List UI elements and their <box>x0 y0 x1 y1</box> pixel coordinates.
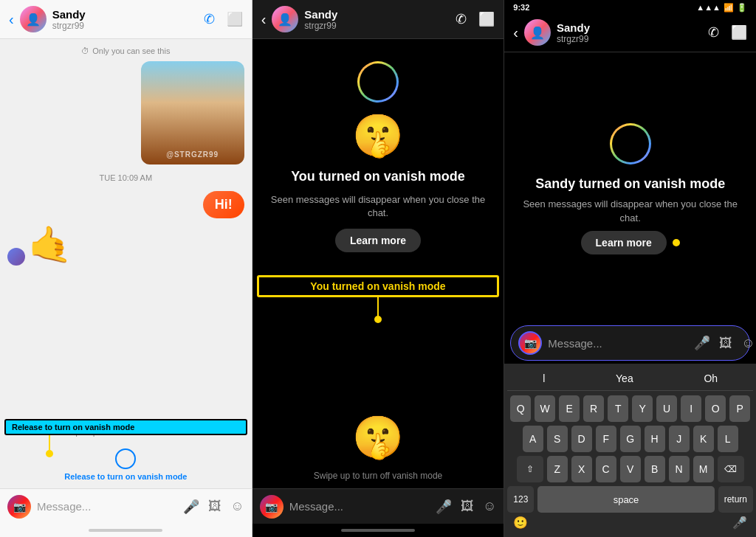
mic-icon-keyboard[interactable]: 🎤 <box>732 516 747 530</box>
mic-icon-p3[interactable]: 🎤 <box>694 335 710 351</box>
key-row-3: ⇧ Z X C V B N M ⌫ <box>507 456 753 482</box>
key-u[interactable]: U <box>656 395 677 422</box>
annotation-line-p2 <box>377 297 379 316</box>
video-icon-p1[interactable]: ⬜ <box>227 11 243 27</box>
home-indicator-p1 <box>0 524 252 537</box>
sticker-icon-p2[interactable]: ☺ <box>483 499 496 514</box>
key-k[interactable]: K <box>693 426 714 452</box>
key-y[interactable]: Y <box>632 395 653 422</box>
sticker-emoji: 🤙 <box>28 224 72 266</box>
status-time-p3: 9:32 <box>513 3 529 12</box>
vanish-ring-p2 <box>357 61 399 103</box>
contact-username-p1: strgzr99 <box>52 21 198 31</box>
key-z[interactable]: Z <box>547 456 568 482</box>
key-x[interactable]: X <box>571 456 592 482</box>
key-t[interactable]: T <box>608 395 628 422</box>
vanish-emoji-p2: 🤫 <box>352 111 404 160</box>
home-bar-p2 <box>341 529 415 532</box>
avatar-p1: 👤 <box>20 6 47 32</box>
key-m[interactable]: M <box>693 456 714 482</box>
learn-more-btn-p2[interactable]: Learn more <box>335 229 421 252</box>
shift-key[interactable]: ⇧ <box>517 456 543 482</box>
key-a[interactable]: A <box>523 426 543 452</box>
header-icons-p1: ✆ ⬜ <box>204 11 243 27</box>
sticker-icon-p3[interactable]: ☺ <box>741 336 755 351</box>
annotation-box-p2: You turned on vanish mode <box>257 275 500 297</box>
emoji-mic-row: 🙂 🎤 <box>507 513 753 533</box>
num-key[interactable]: 123 <box>507 486 534 513</box>
key-v[interactable]: V <box>620 456 641 482</box>
vanish-emoji-bottom-p2: 🤫 <box>352 413 404 462</box>
status-icons-p3: ▲▲▲ 📶 🔋 <box>696 3 747 13</box>
contact-username-p2: strgzr99 <box>304 21 450 31</box>
chat-body-p3: Sandy turned on vanish mode Seen message… <box>504 52 756 322</box>
mic-icon-p1[interactable]: 🎤 <box>183 499 199 515</box>
key-p[interactable]: P <box>729 395 750 422</box>
message-input-p3[interactable] <box>548 337 688 350</box>
image-icon-p2[interactable]: 🖼 <box>461 499 474 514</box>
back-button-p1[interactable]: ‹ <box>9 11 14 28</box>
phone-icon-p1[interactable]: ✆ <box>204 11 215 27</box>
suggestion-2[interactable]: Yea <box>610 371 639 386</box>
mic-icon-p2[interactable]: 🎤 <box>436 499 452 515</box>
image-icon-p3[interactable]: 🖼 <box>719 336 732 351</box>
vanish-title-p3: Sandy turned on vanish mode <box>535 176 725 192</box>
key-i[interactable]: I <box>681 395 701 422</box>
key-d[interactable]: D <box>571 426 592 452</box>
key-h[interactable]: H <box>645 426 665 452</box>
key-o[interactable]: O <box>705 395 726 422</box>
message-bar-p3: 📷 🎤 🖼 ☺ <box>510 325 750 361</box>
message-bar-p2: 📷 🎤 🖼 ☺ <box>252 488 504 524</box>
key-f[interactable]: F <box>596 426 616 452</box>
emoji-icon-keyboard[interactable]: 🙂 <box>513 516 528 530</box>
key-w[interactable]: W <box>535 395 555 422</box>
message-input-p1[interactable] <box>37 500 177 513</box>
swipe-off-label: Swipe up to turn off vanish mode <box>314 471 443 481</box>
bar-icons-p3: 🎤 🖼 ☺ <box>694 335 755 351</box>
photo-bubble: @STRGZR99 <box>141 61 244 164</box>
key-e[interactable]: E <box>559 395 580 422</box>
key-b[interactable]: B <box>645 456 665 482</box>
back-button-p2[interactable]: ‹ <box>261 11 267 28</box>
key-c[interactable]: C <box>596 456 616 482</box>
phone-icon-p2[interactable]: ✆ <box>456 11 467 27</box>
video-icon-p2[interactable]: ⬜ <box>478 11 495 27</box>
image-icon-p1[interactable]: 🖼 <box>208 499 221 514</box>
keyboard: l Yea Oh Q W E R T Y U I O P A S D F G H… <box>504 364 756 537</box>
contact-info-p2: Sandy strgzr99 <box>304 8 450 31</box>
camera-button-p3[interactable]: 📷 <box>518 331 542 355</box>
key-j[interactable]: J <box>669 426 690 452</box>
key-s[interactable]: S <box>547 426 568 452</box>
video-icon-p3[interactable]: ⬜ <box>731 24 747 41</box>
annotation-dot-p3 <box>673 239 680 246</box>
battery-icon: 🔋 <box>737 3 747 13</box>
contact-name-p3: Sandy <box>557 21 702 34</box>
key-r[interactable]: R <box>583 395 604 422</box>
vanish-ring-p3 <box>610 123 651 164</box>
camera-button-p2[interactable]: 📷 <box>260 495 284 519</box>
key-l[interactable]: L <box>718 426 738 452</box>
message-input-p2[interactable] <box>289 500 430 513</box>
sticker-icon-p1[interactable]: ☺ <box>230 499 244 514</box>
suggestion-3[interactable]: Oh <box>698 371 724 386</box>
camera-button-p1[interactable]: 📷 <box>7 495 31 519</box>
key-n[interactable]: N <box>669 456 690 482</box>
contact-name-p1: Sandy <box>52 8 198 21</box>
wifi-icon: 📶 <box>724 3 734 13</box>
delete-key[interactable]: ⌫ <box>718 456 744 482</box>
key-q[interactable]: Q <box>510 395 531 422</box>
panel-vanish-dark: ‹ 👤 Sandy strgzr99 ✆ ⬜ 🤫 You turned on v… <box>252 0 505 537</box>
header-icons-p2: ✆ ⬜ <box>456 11 495 27</box>
contact-name-p2: Sandy <box>304 8 450 21</box>
photo-watermark: @STRGZR99 <box>166 150 219 159</box>
chat-body-p2: 🤫 You turned on vanish mode Seen message… <box>252 39 504 488</box>
phone-icon-p3[interactable]: ✆ <box>708 24 719 41</box>
learn-more-btn-p3[interactable]: Learn more <box>581 231 667 254</box>
back-button-p3[interactable]: ‹ <box>513 24 518 41</box>
space-key[interactable]: space <box>537 486 714 513</box>
suggestion-1[interactable]: l <box>537 371 551 386</box>
key-g[interactable]: G <box>620 426 641 452</box>
contact-info-p1: Sandy strgzr99 <box>52 8 198 31</box>
return-key[interactable]: return <box>718 486 753 513</box>
vanish-title-p2: You turned on vanish mode <box>291 169 465 184</box>
